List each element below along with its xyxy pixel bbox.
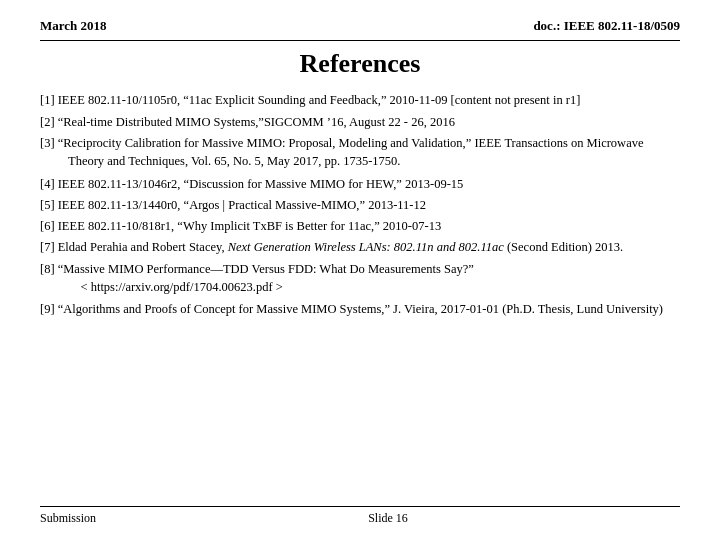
ref-number: [9] — [40, 302, 58, 316]
footer: Submission Slide 16 — [40, 511, 680, 526]
ref-text: “Reciprocity Calibration for Massive MIM… — [58, 136, 644, 168]
ref-text: IEEE 802.11-10/1105r0, “11ac Explicit So… — [58, 93, 581, 107]
ref-number: [7] — [40, 240, 58, 254]
page-title: References — [40, 49, 680, 79]
ref-text: “Massive MIMO Performance—TDD Versus FDD… — [58, 262, 474, 294]
header-doc: doc.: IEEE 802.11-18/0509 — [533, 18, 680, 34]
ref-number: [4] — [40, 177, 58, 191]
ref-number: [1] — [40, 93, 58, 107]
header-date: March 2018 — [40, 18, 107, 34]
page: March 2018 doc.: IEEE 802.11-18/0509 Ref… — [0, 0, 720, 540]
list-item: [6] IEEE 802.11-10/818r1, “Why Implicit … — [40, 217, 680, 235]
ref-text: Eldad Perahia and Robert Stacey, Next Ge… — [58, 240, 624, 254]
footer-left: Submission — [40, 511, 96, 526]
ref-text: IEEE 802.11-10/818r1, “Why Implicit TxBF… — [58, 219, 441, 233]
ref-text: “Algorithms and Proofs of Concept for Ma… — [58, 302, 663, 316]
list-item: [9] “Algorithms and Proofs of Concept fo… — [40, 300, 680, 318]
ref-text: IEEE 802.11-13/1440r0, “Argos | Practica… — [58, 198, 426, 212]
footer-center: Slide 16 — [368, 511, 408, 526]
ref-number: [2] — [40, 115, 58, 129]
bottom-divider — [40, 506, 680, 507]
list-item: [4] IEEE 802.11-13/1046r2, “Discussion f… — [40, 175, 680, 193]
ref-number: [8] — [40, 262, 58, 276]
list-item: [3] “Reciprocity Calibration for Massive… — [40, 134, 680, 170]
header: March 2018 doc.: IEEE 802.11-18/0509 — [40, 18, 680, 34]
list-item: [7] Eldad Perahia and Robert Stacey, Nex… — [40, 238, 680, 256]
ref-text: IEEE 802.11-13/1046r2, “Discussion for M… — [58, 177, 464, 191]
ref-number: [6] — [40, 219, 58, 233]
references-list: [1] IEEE 802.11-10/1105r0, “11ac Explici… — [40, 91, 680, 498]
list-item: [5] IEEE 802.11-13/1440r0, “Argos | Prac… — [40, 196, 680, 214]
ref-text: “Real-time Distributed MIMO Systems,”SIG… — [58, 115, 455, 129]
ref-number: [3] — [40, 136, 58, 150]
ref-number: [5] — [40, 198, 58, 212]
list-item: [1] IEEE 802.11-10/1105r0, “11ac Explici… — [40, 91, 680, 109]
top-divider — [40, 40, 680, 41]
list-item: [2] “Real-time Distributed MIMO Systems,… — [40, 113, 680, 131]
list-item: [8] “Massive MIMO Performance—TDD Versus… — [40, 260, 680, 296]
